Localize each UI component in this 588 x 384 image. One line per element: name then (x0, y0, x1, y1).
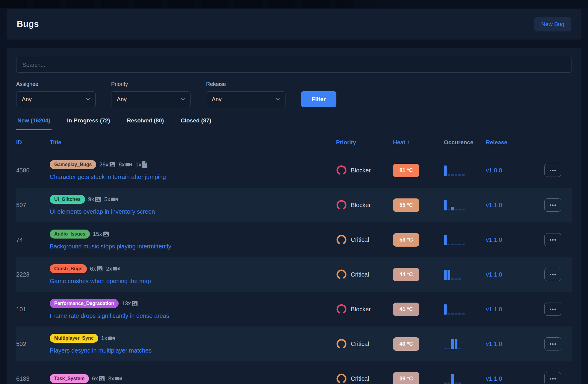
actions-cell (544, 198, 572, 212)
attachment-count-image: 15x (93, 231, 109, 237)
release-cell: v1.0.0 (486, 167, 544, 174)
sparkline-bar (451, 313, 454, 315)
priority-cell: Critical (336, 234, 393, 245)
bug-title-link[interactable]: Game crashes when opening the map (50, 278, 336, 285)
page-header: Bugs New Bug (7, 9, 581, 40)
release-cell: v1.1.0 (486, 271, 544, 278)
sparkline-bar (458, 278, 461, 280)
release-link[interactable]: v1.1.0 (486, 341, 502, 347)
row-more-button[interactable] (544, 303, 561, 316)
sparkline-bar (444, 348, 447, 349)
attachment-count: 1x (101, 335, 107, 341)
category-tag[interactable]: Performance_Degradation (50, 299, 119, 308)
tag-line: Multiplayer_Sync1x (50, 334, 336, 343)
sparkline-bar (444, 200, 447, 210)
attachment-count: 5x (104, 196, 110, 203)
tag-line: Crash_Bugs6x2x (50, 264, 336, 273)
sparkline-bar (455, 209, 457, 210)
image-icon (95, 196, 101, 203)
bug-title-cell: Multiplayer_Sync1xPlayers desync in mult… (50, 329, 336, 359)
assignee-select[interactable]: Any (16, 91, 96, 107)
bug-title-link[interactable]: Players desync in multiplayer matches (50, 347, 336, 354)
heat-badge: 39 °C (393, 372, 419, 384)
col-header-heat[interactable]: Heat ↑ (393, 139, 444, 146)
sparkline-bar (448, 348, 450, 349)
filter-button[interactable]: Filter (301, 91, 336, 107)
sparkline-bar (451, 174, 454, 176)
row-more-button[interactable] (544, 198, 561, 212)
bug-list: 4586Gameplay_Bugs26x8x1xCharacter gets s… (16, 153, 572, 384)
priority-filter: Priority Any (111, 81, 191, 107)
ellipsis-icon (550, 309, 551, 310)
bug-title-link[interactable]: Frame rate drops significantly in dense … (50, 312, 336, 319)
attachment-count-video: 8x (119, 161, 132, 168)
attachment-count-image: 13x (122, 300, 138, 307)
occurence-sparkline (444, 304, 486, 315)
tab-in-progress[interactable]: In Progress (72) (66, 117, 111, 130)
tab-closed[interactable]: Closed (87) (179, 117, 212, 130)
col-header-occurence[interactable]: Occurence (444, 139, 486, 146)
new-bug-button[interactable]: New Bug (534, 17, 571, 31)
tab-resolved[interactable]: Resolved (80) (126, 117, 165, 130)
sparkline-bar (458, 313, 461, 315)
category-tag[interactable]: Task_System (50, 374, 89, 383)
ellipsis-icon (552, 343, 554, 345)
bug-title-cell: Crash_Bugs6x2xGame crashes when opening … (50, 259, 336, 289)
ellipsis-icon (550, 204, 551, 206)
bug-title-link[interactable]: Character gets stuck in terrain after ju… (50, 174, 336, 180)
priority-select[interactable]: Any (111, 91, 191, 107)
image-icon (109, 161, 116, 168)
tag-line: Task_System6x3x (50, 374, 336, 383)
release-link[interactable]: v1.1.0 (486, 202, 502, 208)
bug-title-link[interactable]: UI elements overlap in inventory screen (50, 208, 336, 215)
bug-title-cell: Performance_Degradation13xFrame rate dro… (50, 294, 336, 324)
category-tag[interactable]: Multiplayer_Sync (50, 334, 98, 343)
bug-id: 2223 (16, 271, 50, 278)
col-header-title[interactable]: Title (50, 139, 336, 146)
col-header-priority[interactable]: Priority (336, 139, 393, 146)
bug-id: 101 (16, 306, 50, 313)
row-more-button[interactable] (544, 268, 561, 281)
sparkline-bar (458, 209, 461, 210)
sparkline-bar (458, 348, 461, 349)
release-select[interactable]: Any (206, 91, 285, 107)
category-tag[interactable]: UI_Glitches (50, 195, 85, 204)
sparkline-bar (458, 174, 461, 176)
bug-title-link[interactable]: Background music stops playing intermitt… (50, 243, 336, 250)
video-icon (111, 196, 118, 203)
search-input[interactable] (16, 57, 572, 73)
category-tag[interactable]: Gameplay_Bugs (50, 160, 96, 169)
release-select-value: Any (212, 96, 222, 103)
tab-new[interactable]: New (16204) (16, 117, 52, 130)
ellipsis-icon (554, 378, 556, 380)
occurence-sparkline (444, 339, 486, 349)
row-more-button[interactable] (544, 337, 561, 350)
sparkline-bar (448, 174, 450, 176)
heat-cell: 40 °C (393, 337, 444, 351)
col-header-release[interactable]: Release (486, 139, 544, 146)
release-link[interactable]: v1.1.0 (486, 375, 502, 382)
sparkline-bar (444, 270, 447, 280)
tag-line: UI_Glitches9x5x (50, 195, 336, 204)
bugs-panel: Assignee Any Priority Any Release Any Fi… (7, 48, 581, 384)
heat-badge: 81 °C (393, 164, 419, 177)
release-link[interactable]: v1.1.0 (486, 306, 502, 312)
heat-cell: 53 °C (393, 233, 444, 247)
attachment-count: 3x (108, 375, 114, 382)
category-tag[interactable]: Audio_Issues (50, 230, 90, 239)
priority-cell: Blocker (336, 165, 393, 176)
row-more-button[interactable] (544, 164, 561, 177)
release-link[interactable]: v1.1.0 (486, 236, 502, 243)
row-more-button[interactable] (544, 372, 561, 384)
heat-badge: 55 °C (393, 198, 419, 212)
sparkline-bar (444, 166, 447, 176)
category-tag[interactable]: Crash_Bugs (50, 264, 87, 273)
release-link[interactable]: v1.0.0 (486, 167, 502, 174)
col-header-id[interactable]: ID (16, 139, 50, 146)
release-link[interactable]: v1.1.0 (486, 271, 502, 278)
status-tabs: New (16204) In Progress (72) Resolved (8… (16, 117, 572, 130)
row-more-button[interactable] (544, 233, 561, 246)
sparkline-bar (444, 304, 447, 315)
attachment-count-image: 9x (88, 196, 101, 203)
priority-ring-icon (336, 165, 347, 176)
